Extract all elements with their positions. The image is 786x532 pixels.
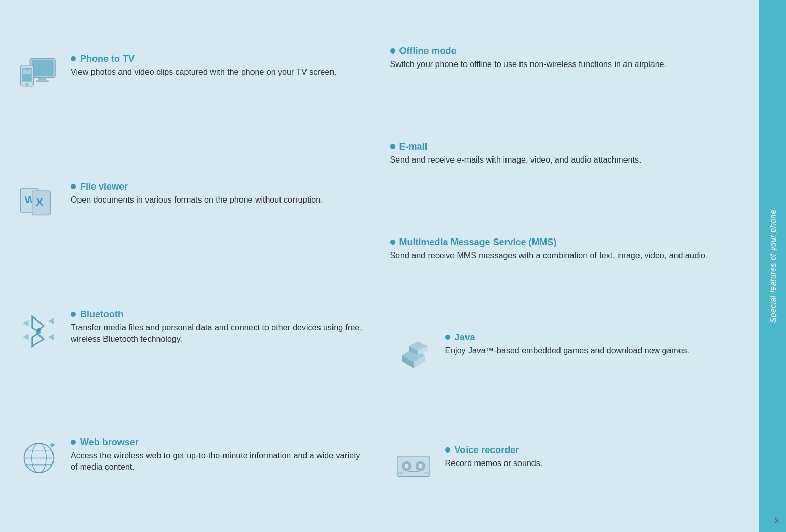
bullet-dot [390,240,395,245]
svg-rect-2 [38,77,46,79]
list-item: E-mail Send and receive e-mails with ima… [390,136,744,171]
web-browser-icon [16,437,62,478]
java-text: Java Enjoy Java™-based embedded games an… [445,332,744,356]
bluetooth-text: Bluetooth Transfer media files and perso… [71,309,369,345]
bullet-dot [445,335,450,340]
feature-desc: Transfer media files and personal data a… [71,322,369,345]
svg-point-32 [405,464,408,468]
phone-tv-text: Phone to TV View photos and video clips … [71,54,369,78]
java-icon [390,332,437,374]
feature-title: Offline mode [399,46,457,57]
svg-marker-16 [23,334,29,340]
email-text: E-mail Send and receive e-mails with ima… [390,141,744,166]
feature-title: Java [455,332,475,343]
left-column: Phone to TV View photos and video clips … [16,10,380,522]
bullet-dot [390,48,395,54]
feature-desc: Switch your phone to offline to use its … [390,59,744,70]
feature-title: Phone to TV [80,54,135,64]
list-item: Multimedia Message Service (MMS) Send an… [390,232,744,267]
mms-text: Multimedia Message Service (MMS) Send an… [390,237,744,261]
svg-marker-14 [23,320,29,326]
list-item: Web browser Access the wireless web to g… [16,432,369,484]
bullet-dot [71,56,76,61]
feature-title: Voice recorder [455,445,519,456]
main-content: Phone to TV View photos and video clips … [0,0,759,532]
feature-title: File viewer [80,181,128,192]
list-item: Bluetooth Transfer media files and perso… [16,304,369,356]
feature-title: Web browser [80,437,139,448]
feature-desc: Record memos or sounds. [445,458,744,469]
list-item: Java Enjoy Java™-based embedded games an… [390,327,744,379]
svg-point-18 [37,328,41,331]
feature-desc: View photos and video clips captured wit… [71,66,369,78]
web-browser-text: Web browser Access the wireless web to g… [71,437,369,473]
svg-marker-17 [48,334,54,340]
sidebar: Special features of your phone [759,0,786,532]
bullet-dot [390,144,395,149]
bullet-dot [445,447,450,453]
svg-rect-35 [398,472,403,474]
feature-desc: Send and receive MMS messages with a com… [390,250,744,261]
svg-point-8 [25,83,28,85]
sidebar-label: Special features of your phone [768,209,777,323]
bluetooth-icon [16,309,62,351]
feature-desc: Send and receive e-mails with image, vid… [390,154,744,166]
svg-marker-15 [48,317,54,324]
offline-mode-text: Offline mode Switch your phone to offlin… [390,46,744,70]
feature-title: Bluetooth [80,309,124,320]
feature-desc: Open documents in various formats on the… [71,194,369,206]
bullet-dot [71,440,76,445]
phone-tv-icon [16,54,62,95]
file-viewer-text: File viewer Open documents in various fo… [71,181,369,206]
voice-recorder-icon [390,445,437,486]
list-item: W X File viewer Open documents in variou… [16,176,369,228]
feature-title: E-mail [399,141,428,152]
page-number: 3 [775,516,779,525]
feature-title: Multimedia Message Service (MMS) [399,237,557,248]
file-viewer-icon: W X [16,181,62,223]
voice-recorder-text: Voice recorder Record memos or sounds. [445,445,744,469]
svg-rect-36 [424,472,429,474]
feature-desc: Access the wireless web to get up-to-the… [71,450,369,473]
list-item: Offline mode Switch your phone to offlin… [390,41,744,75]
feature-desc: Enjoy Java™-based embedded games and dow… [445,345,744,356]
list-item: Phone to TV View photos and video clips … [16,48,369,100]
svg-rect-1 [32,60,54,75]
bullet-dot [71,312,76,317]
svg-text:X: X [36,196,43,207]
right-column: Offline mode Switch your phone to offlin… [380,10,744,522]
svg-rect-3 [36,80,49,82]
two-column-layout: Phone to TV View photos and video clips … [16,10,743,522]
svg-point-34 [418,464,422,468]
list-item: Voice recorder Record memos or sounds. [390,440,744,491]
bullet-dot [71,184,76,189]
